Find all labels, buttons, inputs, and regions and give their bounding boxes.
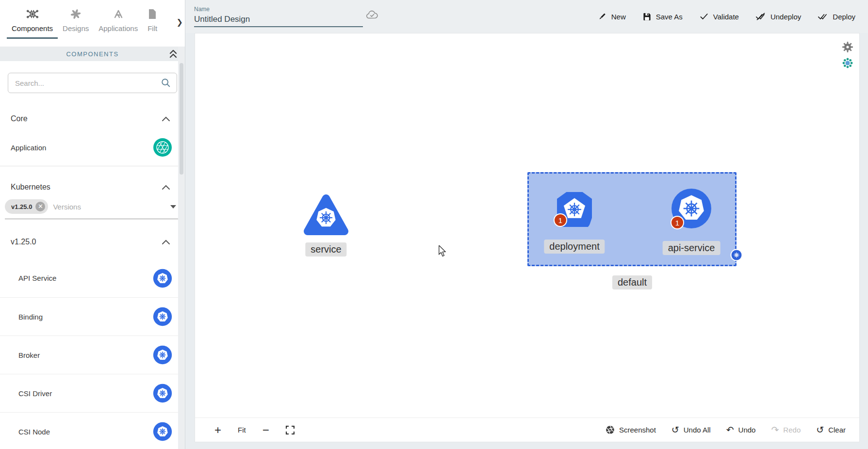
- name-field-label: Name: [194, 6, 363, 13]
- sidebar-scrollbar-thumb[interactable]: [180, 63, 183, 175]
- kubernetes-icon: [153, 384, 172, 403]
- button-label: Validate: [713, 13, 739, 21]
- section-title: Core: [11, 114, 28, 123]
- button-label: Screenshot: [619, 426, 656, 434]
- design-topbar: Name New Save As: [185, 0, 868, 33]
- dropdown-arrow-icon[interactable]: [170, 205, 176, 208]
- section-title: v1.25.0: [11, 238, 36, 246]
- search-input[interactable]: [8, 73, 177, 93]
- node-deployment[interactable]: 1: [553, 188, 596, 231]
- undo-all-icon: ↺: [671, 425, 679, 434]
- node-label-service[interactable]: service: [305, 242, 346, 257]
- zoom-controls: + Fit −: [195, 424, 295, 436]
- redo-icon: ↷: [771, 425, 779, 434]
- design-name-input[interactable]: [194, 14, 363, 27]
- node-label-api-service[interactable]: api-service: [663, 241, 721, 255]
- node-service[interactable]: [303, 192, 349, 238]
- tab-filters[interactable]: Filt: [143, 5, 162, 37]
- component-item-broker[interactable]: Broker: [0, 336, 185, 374]
- tab-label: Filt: [147, 24, 157, 32]
- node-label-default-namespace[interactable]: default: [612, 275, 652, 289]
- version-chip-label: v1.25.0: [11, 203, 32, 210]
- panel-title: COMPONENTS: [66, 50, 118, 58]
- cloud-check-icon: [366, 10, 378, 19]
- section-version-group[interactable]: v1.25.0: [0, 238, 185, 246]
- versions-select[interactable]: v1.25.0 ✕ Versions: [5, 199, 183, 219]
- clear-icon: ↺: [816, 425, 824, 434]
- node-api-service[interactable]: 1: [671, 188, 712, 229]
- kubernetes-icon: [153, 307, 172, 326]
- deploy-button[interactable]: Deploy: [818, 12, 855, 21]
- component-label: Broker: [18, 351, 40, 359]
- component-item-api-service[interactable]: API Service: [0, 259, 185, 297]
- designs-icon: [70, 7, 82, 21]
- item-label: Application: [11, 144, 46, 152]
- section-kubernetes[interactable]: Kubernetes: [0, 183, 185, 192]
- button-label: Save As: [656, 13, 683, 21]
- section-core[interactable]: Core: [0, 114, 185, 123]
- undo-icon: ↶: [726, 425, 734, 434]
- divider: [0, 166, 185, 166]
- design-name-field: Name: [194, 6, 363, 27]
- clear-button[interactable]: ↺ Clear: [816, 425, 846, 434]
- chevron-up-icon[interactable]: [162, 116, 170, 122]
- undo-all-button[interactable]: ↺ Undo All: [671, 425, 711, 434]
- pencil-icon: [597, 12, 607, 21]
- undo-button[interactable]: ↶ Undo: [726, 425, 756, 434]
- component-item-csi-driver[interactable]: CSI Driver: [0, 374, 185, 412]
- canvas-toolbar: + Fit −: [195, 417, 859, 442]
- component-item-csi-node[interactable]: CSI Node: [0, 412, 185, 449]
- tab-label: Designs: [63, 24, 89, 32]
- kubernetes-icon: [153, 269, 172, 288]
- panel-header: COMPONENTS: [0, 47, 185, 61]
- components-icon: [26, 7, 39, 21]
- design-canvas[interactable]: service 1 deployment 1 api-service defau…: [195, 33, 860, 442]
- search-icon[interactable]: [161, 78, 171, 88]
- gear-icon[interactable]: [842, 41, 853, 53]
- fit-button[interactable]: Fit: [238, 426, 246, 434]
- undeploy-button[interactable]: Undeploy: [755, 12, 801, 21]
- tab-designs[interactable]: Designs: [58, 5, 94, 37]
- component-item-binding[interactable]: Binding: [0, 297, 185, 336]
- screenshot-button[interactable]: Screenshot: [606, 425, 656, 434]
- zoom-in-button[interactable]: +: [214, 424, 221, 436]
- close-icon[interactable]: ✕: [35, 202, 45, 211]
- zoom-out-button[interactable]: −: [262, 424, 269, 436]
- kubernetes-context-icon[interactable]: [842, 58, 853, 68]
- validate-button[interactable]: Validate: [699, 12, 739, 21]
- component-sidebar: Components Designs: [0, 0, 185, 449]
- kubernetes-icon: [153, 345, 172, 365]
- chevron-up-icon[interactable]: [162, 185, 170, 190]
- component-list: API Service Binding Broker CSI Driver CS…: [0, 259, 185, 449]
- double-chevron-up-icon[interactable]: [168, 48, 178, 59]
- chevron-up-icon[interactable]: [162, 240, 170, 245]
- history-controls: Screenshot ↺ Undo All ↶ Undo ↷ Redo ↺ Cl…: [606, 425, 859, 434]
- applications-icon: [113, 7, 124, 21]
- component-label: API Service: [18, 274, 56, 282]
- search-box: [8, 73, 177, 93]
- new-button[interactable]: New: [597, 12, 626, 21]
- double-check-crossed-icon: [755, 12, 766, 21]
- group-kubernetes-handle-icon[interactable]: [730, 249, 743, 261]
- component-label: CSI Driver: [18, 389, 52, 398]
- redo-button[interactable]: ↷ Redo: [771, 425, 801, 434]
- tab-label: Applications: [98, 24, 138, 32]
- sidebar-tabs: Components Designs: [0, 0, 185, 47]
- save-as-button[interactable]: Save As: [642, 12, 683, 21]
- component-label: Binding: [18, 313, 43, 321]
- mouse-cursor: [437, 245, 448, 257]
- core-item-application[interactable]: Application: [0, 137, 185, 158]
- fullscreen-icon[interactable]: [286, 426, 295, 434]
- chevron-right-icon[interactable]: ❯: [177, 17, 183, 27]
- kubernetes-icon: [153, 422, 172, 441]
- version-chip[interactable]: v1.25.0 ✕: [5, 199, 48, 214]
- kubernetes-service-shape: [303, 192, 349, 238]
- sidebar-scrollbar[interactable]: [178, 47, 185, 449]
- tab-applications[interactable]: Applications: [94, 5, 143, 37]
- button-label: Undo All: [684, 426, 711, 434]
- mesh-application-icon: [153, 138, 172, 157]
- save-icon: [642, 12, 652, 21]
- node-label-deployment[interactable]: deployment: [544, 240, 605, 254]
- tab-components[interactable]: Components: [7, 5, 58, 39]
- button-label: New: [611, 13, 626, 21]
